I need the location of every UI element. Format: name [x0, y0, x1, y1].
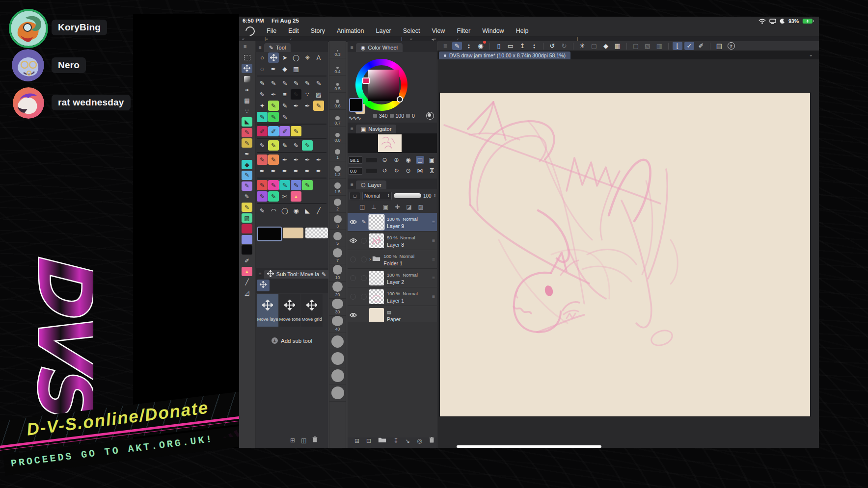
tool-chip-nib[interactable]: ✒ — [268, 166, 279, 176]
strip-menu-icon[interactable]: ≡ — [244, 43, 246, 49]
pen-size-large[interactable] — [329, 385, 346, 402]
tool-pen-button[interactable]: ✎ — [242, 181, 252, 191]
tool-chip-pen[interactable]: ✎ — [279, 78, 290, 88]
pen-size-large[interactable] — [329, 333, 346, 350]
crop-frame-icon[interactable]: ▦ — [613, 42, 623, 50]
pen-size-large[interactable] — [329, 367, 346, 385]
layer-row-layer2[interactable]: 100 % Normal Layer 2 ≡ — [348, 269, 437, 287]
zoom-out-button[interactable]: ⊖ — [380, 156, 389, 164]
tool-chip-nib[interactable]: ✒ — [291, 101, 301, 111]
tool-poly-button[interactable]: ◣ — [242, 117, 252, 127]
menu-item[interactable]: Window — [476, 27, 510, 34]
tool-selectbox-button[interactable] — [242, 53, 252, 62]
tool-chip-knife[interactable]: ✂ — [279, 191, 290, 202]
menu-item[interactable]: Filter — [451, 27, 476, 34]
tool-chip-pen[interactable]: ✎ — [291, 126, 301, 136]
pen-tablet-icon[interactable]: ✎ — [452, 42, 462, 50]
tool-chip-nib[interactable]: ✒ — [313, 154, 324, 165]
tool-chip-nib[interactable]: ✒ — [268, 89, 279, 100]
transfer-down-button[interactable]: ↧ — [393, 437, 398, 444]
tool-chip-mark[interactable]: ✎ — [279, 180, 290, 190]
tool-chip-pen[interactable]: ✎ — [268, 101, 279, 111]
tool-pen-button[interactable]: ✎ — [242, 192, 252, 201]
lock-transparent-icon[interactable]: ✚ — [395, 204, 400, 210]
panel-menu-icon[interactable]: ≡ — [351, 126, 353, 131]
merge-down-button[interactable]: ↘ — [405, 437, 410, 444]
pen-size-0.4[interactable]: 0.4 — [329, 58, 346, 76]
tool-chip-nib[interactable]: ✒ — [291, 154, 301, 165]
tool-chip-pen[interactable]: ✎ — [257, 112, 268, 122]
tool-chip-arc[interactable]: ◠ — [268, 205, 279, 216]
folder-expand-icon[interactable]: › — [369, 257, 371, 262]
tool-chip-mark[interactable]: ✎ — [291, 140, 301, 151]
tool-chip-nib[interactable]: ✒ — [291, 166, 301, 176]
delete-button[interactable] — [312, 436, 318, 444]
sub-tool-shortcut-selected[interactable] — [257, 280, 270, 291]
transparent-color-swatch[interactable] — [305, 228, 328, 238]
zoom-slider[interactable] — [366, 158, 377, 162]
layer-thumbnail[interactable] — [369, 215, 384, 230]
panel-menu-icon[interactable]: ≡ — [351, 182, 353, 187]
sub-tool-move-grid[interactable]: Move grid — [301, 294, 323, 327]
tool-mesh-button[interactable]: ▦ — [242, 96, 252, 105]
flip-horizontal-button[interactable]: ⋈ — [416, 167, 424, 175]
opacity-slider[interactable] — [394, 193, 421, 198]
menu-icon[interactable]: ≡ — [440, 42, 450, 50]
snap-ruler-icon[interactable]: ⌊ — [673, 42, 682, 50]
clip-studio-icon[interactable]: ◉ — [476, 42, 486, 50]
pixel-view-button[interactable]: ▣ — [428, 156, 436, 164]
tool-chip-brush[interactable]: ✐ — [257, 126, 268, 136]
delete-layer-button[interactable] — [429, 437, 434, 445]
pen-size-30[interactable]: 30 — [329, 299, 346, 316]
panel-menu-icon[interactable]: ≡ — [351, 45, 353, 50]
layer-thumbnail[interactable] — [369, 289, 384, 304]
layer-row-layer8[interactable]: 50 % Normal Layer 8 ≡ — [348, 231, 437, 250]
select-area-icon[interactable]: ▢ — [589, 42, 599, 50]
layer-row-folder1[interactable]: › 100 % Normal Folder 1 ≡ — [348, 250, 437, 269]
duplicate-button[interactable]: ◫ — [301, 437, 306, 444]
fill-drop-icon[interactable]: ◆ — [601, 42, 611, 50]
create-mask-button[interactable]: ◎ — [417, 437, 422, 444]
opacity-stepper[interactable]: ⇕ — [434, 194, 436, 198]
actual-size-button[interactable]: ◫ — [416, 156, 424, 164]
reset-rotation-button[interactable]: ⊙ — [404, 167, 412, 175]
tool-chip-pen[interactable]: ✎ — [268, 191, 279, 202]
tool-hat-button[interactable]: ▲ — [242, 267, 252, 276]
tool-chip-nib[interactable]: ✒ — [257, 166, 268, 176]
blend-mode-dropdown[interactable]: Normal ⇕ — [362, 192, 392, 200]
pen-size-0.8[interactable]: 0.8 — [329, 127, 346, 144]
saturation-value-square[interactable] — [368, 70, 399, 101]
tool-chip-lines[interactable]: ≡ — [279, 89, 290, 100]
mask-icon[interactable]: ▢ — [631, 42, 641, 50]
tool-brush-button[interactable]: ✐ — [242, 256, 252, 265]
layer-select-mode[interactable]: ▢ — [350, 192, 360, 200]
tool-chip-mark[interactable]: ✎ — [302, 140, 313, 151]
menu-item[interactable]: Story — [305, 27, 331, 34]
tool-chip-pen[interactable]: ✎ — [279, 112, 290, 122]
tool-chip-fill[interactable]: ◆ — [279, 64, 290, 74]
snap-guide-icon[interactable]: ✐ — [696, 42, 706, 50]
tool-move-button[interactable] — [242, 64, 252, 73]
rotate-ccw-button[interactable]: ↺ — [380, 167, 389, 175]
pen-size-2[interactable]: 2 — [329, 196, 346, 213]
hue-marker[interactable] — [362, 77, 370, 84]
pen-size-0.5[interactable]: 0.5 — [329, 76, 346, 93]
clip-to-layer-icon[interactable]: ◫ — [359, 204, 365, 210]
tool-chip-mark[interactable]: ✎ — [257, 140, 268, 151]
layer-menu-icon[interactable]: ≡ — [432, 257, 435, 262]
sub-tool-move-layer[interactable]: Move layer — [257, 294, 278, 327]
redo-icon[interactable]: ↻ — [559, 42, 569, 50]
tool-chip-pen[interactable]: ✎ — [268, 112, 279, 122]
tool-chip-brush[interactable]: ✐ — [268, 126, 279, 136]
layer-menu-icon[interactable]: ≡ — [432, 275, 435, 281]
tool-pen-button[interactable]: ✎ — [242, 138, 252, 148]
sv-cursor[interactable] — [397, 96, 403, 103]
add-sub-tool-button[interactable]: + Add sub tool — [256, 337, 328, 344]
zoom-in-button[interactable]: ⊕ — [392, 156, 401, 164]
zoom-field[interactable]: 58.1 — [349, 156, 362, 164]
pen-size-1.5[interactable]: 1.5 — [329, 179, 346, 196]
menu-item[interactable]: Animation — [331, 27, 370, 34]
rotation-field[interactable]: 0.0 — [349, 167, 362, 175]
tool-chip-move[interactable] — [268, 52, 279, 63]
tool-chip-text[interactable]: A — [313, 52, 324, 63]
